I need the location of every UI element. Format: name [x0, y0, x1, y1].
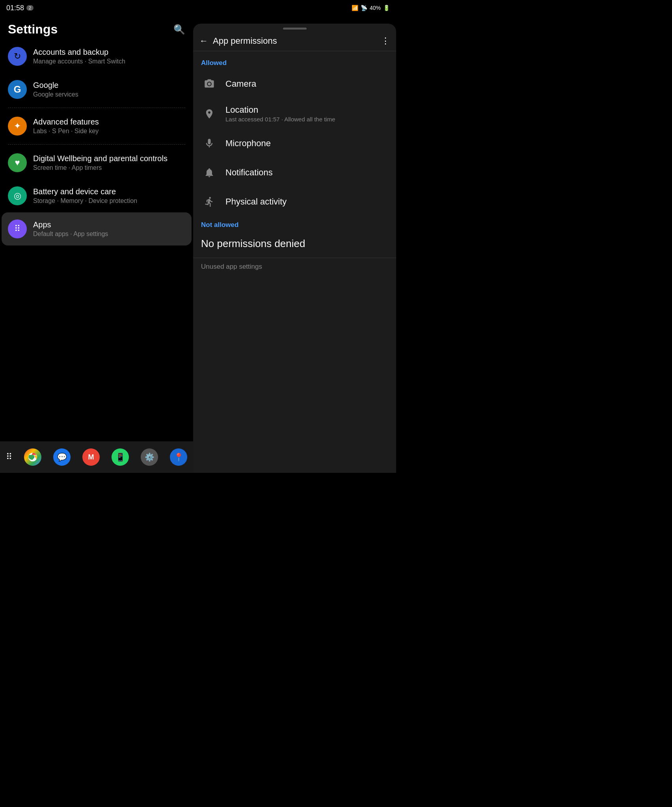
divider-2	[8, 144, 185, 145]
accounts-title: Accounts and backup	[33, 47, 185, 57]
settings-item-accounts[interactable]: ↻ Accounts and backup Manage accounts · …	[2, 40, 192, 73]
camera-name: Camera	[225, 79, 388, 89]
search-button[interactable]: 🔍	[173, 24, 185, 35]
physical-icon	[201, 193, 218, 210]
bottom-nav: ⠿ 💬 M 📱 ⚙️ 📍	[0, 441, 193, 473]
microphone-icon	[201, 135, 218, 152]
allowed-label: Allowed	[193, 54, 396, 69]
battery-icon-item: ◎	[8, 186, 27, 205]
permission-camera[interactable]: Camera	[193, 69, 396, 99]
digital-title: Digital Wellbeing and parental controls	[33, 153, 185, 164]
permission-location[interactable]: Location Last accessed 01:57 · Allowed a…	[193, 99, 396, 129]
notifications-icon	[201, 164, 218, 181]
advanced-title: Advanced features	[33, 117, 185, 127]
status-time-group: 01:58 2	[6, 4, 34, 12]
digital-icon: ♥	[8, 153, 27, 172]
permission-physical[interactable]: Physical activity	[193, 187, 396, 216]
accounts-subtitle: Manage accounts · Smart Switch	[33, 58, 185, 65]
not-allowed-label: Not allowed	[193, 216, 396, 231]
settings-item-battery[interactable]: ◎ Battery and device care Storage · Memo…	[2, 179, 192, 212]
settings-panel: Settings 🔍 ↻ Accounts and backup Manage …	[0, 0, 193, 473]
google-icon: G	[8, 80, 27, 99]
notifications-name: Notifications	[225, 167, 388, 178]
unused-hint: Unused app settings	[193, 258, 396, 275]
status-icons: 📶 📡 40% 🔋	[352, 5, 390, 11]
signal-icon: 📡	[361, 5, 367, 11]
whatsapp-nav-icon[interactable]: 📱	[112, 448, 129, 466]
divider-1	[8, 108, 185, 108]
permissions-content: Allowed Camera Location Last ac	[193, 51, 396, 473]
panel-title: App permissions	[213, 36, 376, 46]
settings-header: Settings 🔍	[0, 16, 193, 40]
settings-nav-icon[interactable]: ⚙️	[141, 448, 158, 466]
location-detail: Last accessed 01:57 · Allowed all the ti…	[225, 116, 388, 123]
battery-icon: 🔋	[383, 5, 390, 11]
advanced-icon: ✦	[8, 117, 27, 136]
notification-badge: 2	[26, 5, 34, 11]
permissions-panel: ← App permissions ⋮ Allowed Camera	[193, 24, 396, 473]
settings-item-apps[interactable]: ⠿ Apps Default apps · App settings	[2, 212, 192, 245]
apps-title: Apps	[33, 219, 185, 230]
chrome-nav-icon[interactable]	[24, 448, 41, 466]
location-name: Location	[225, 105, 388, 115]
settings-item-digital[interactable]: ♥ Digital Wellbeing and parental control…	[2, 146, 192, 179]
permission-microphone[interactable]: Microphone	[193, 129, 396, 158]
no-permissions-text: No permissions denied	[193, 231, 396, 256]
status-time: 01:58	[6, 4, 24, 12]
settings-item-advanced[interactable]: ✦ Advanced features Labs · S Pen · Side …	[2, 110, 192, 143]
gmail-nav-icon[interactable]: M	[82, 448, 100, 466]
battery-level: 40%	[370, 5, 381, 11]
settings-item-google[interactable]: G Google Google services	[2, 73, 192, 106]
physical-name: Physical activity	[225, 197, 388, 207]
apps-icon: ⠿	[8, 219, 27, 238]
maps-nav-icon[interactable]: 📍	[170, 448, 187, 466]
battery-title: Battery and device care	[33, 186, 185, 197]
settings-title: Settings	[8, 22, 58, 37]
messages-nav-icon[interactable]: 💬	[53, 448, 71, 466]
camera-icon	[201, 76, 218, 92]
more-options-button[interactable]: ⋮	[381, 36, 390, 46]
advanced-subtitle: Labs · S Pen · Side key	[33, 128, 185, 135]
google-title: Google	[33, 80, 185, 90]
battery-subtitle: Storage · Memory · Device protection	[33, 197, 185, 205]
apps-subtitle: Default apps · App settings	[33, 231, 185, 238]
google-subtitle: Google services	[33, 91, 185, 98]
location-icon	[201, 106, 218, 122]
panel-header: ← App permissions ⋮	[193, 30, 396, 51]
wifi-icon: 📶	[352, 5, 358, 11]
accounts-icon: ↻	[8, 47, 27, 66]
back-button[interactable]: ←	[199, 36, 208, 46]
digital-subtitle: Screen time · App timers	[33, 164, 185, 171]
settings-list: ↻ Accounts and backup Manage accounts · …	[0, 40, 193, 245]
app-drawer-button[interactable]: ⠿	[6, 452, 12, 462]
permission-notifications[interactable]: Notifications	[193, 158, 396, 187]
status-bar: 01:58 2 📶 📡 40% 🔋	[0, 0, 396, 16]
microphone-name: Microphone	[225, 138, 388, 149]
